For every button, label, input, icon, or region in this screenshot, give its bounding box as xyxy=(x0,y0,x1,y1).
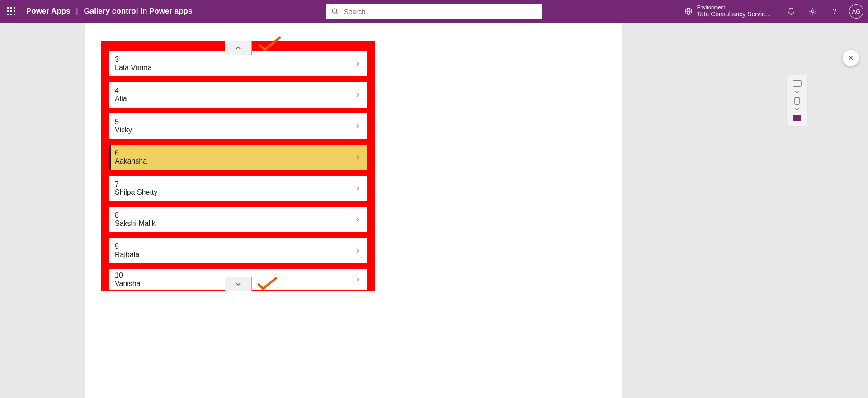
search-input[interactable] xyxy=(326,4,542,19)
row-id: 8 xyxy=(115,211,349,220)
gallery-row[interactable]: 9 Rajbala xyxy=(109,238,367,263)
row-id: 5 xyxy=(115,118,349,126)
phone-icon xyxy=(794,97,800,105)
chevron-right-icon xyxy=(354,61,361,67)
chevron-down-icon xyxy=(795,91,799,94)
environment-name: Tata Consultancy Servic… xyxy=(697,10,771,18)
app-launcher[interactable] xyxy=(0,0,23,23)
row-name: Vicky xyxy=(115,126,349,134)
chevron-up-icon xyxy=(235,45,241,51)
help-icon xyxy=(830,7,839,15)
fit-screen-icon xyxy=(793,115,801,121)
gallery-row-selected[interactable]: 6 Aakansha xyxy=(109,145,367,170)
page-title[interactable]: Gallery control in Power apps xyxy=(84,7,193,15)
globe-icon xyxy=(684,7,693,15)
row-name: Aakansha xyxy=(115,157,349,165)
waffle-icon xyxy=(7,7,15,15)
device-fit-button[interactable] xyxy=(791,113,803,122)
row-id: 6 xyxy=(115,149,349,157)
row-name: Alia xyxy=(115,95,349,103)
chevron-right-icon xyxy=(354,276,361,283)
gear-icon xyxy=(809,7,817,15)
environment-picker[interactable]: Environment Tata Consultancy Servic… xyxy=(684,5,771,18)
chevron-right-icon xyxy=(354,216,361,223)
chevron-right-icon xyxy=(354,154,361,160)
row-id: 7 xyxy=(115,180,349,188)
device-phone-dropdown[interactable] xyxy=(791,106,803,112)
separator: | xyxy=(76,7,78,15)
row-name: Sakshi Malik xyxy=(115,220,349,228)
chevron-right-icon xyxy=(354,123,361,129)
app-header: Power Apps | Gallery control in Power ap… xyxy=(0,0,868,23)
search-container xyxy=(326,4,542,19)
row-id: 9 xyxy=(115,243,349,251)
search-icon xyxy=(331,8,339,15)
svg-rect-9 xyxy=(793,81,801,86)
svg-point-0 xyxy=(332,9,337,13)
app-name[interactable]: Power Apps xyxy=(26,7,71,15)
help-button[interactable] xyxy=(825,1,844,21)
device-tablet-button[interactable] xyxy=(791,79,803,88)
avatar-initials: AG xyxy=(852,8,861,15)
environment-label: Environment xyxy=(697,5,771,10)
notifications-button[interactable] xyxy=(781,1,801,21)
close-icon xyxy=(847,54,854,61)
gallery-control: 3 Lata Verma 4 Alia 5 Vicky 6 Aakansha xyxy=(101,41,375,291)
header-right: Environment Tata Consultancy Servic… AG xyxy=(684,1,868,21)
row-name: Rajbala xyxy=(115,251,349,259)
scroll-up-button[interactable] xyxy=(225,41,252,55)
avatar[interactable]: AG xyxy=(849,4,863,19)
tablet-icon xyxy=(793,80,802,87)
chevron-down-icon xyxy=(795,108,799,111)
chevron-right-icon xyxy=(354,92,361,98)
svg-point-5 xyxy=(811,10,814,12)
row-id: 4 xyxy=(115,87,349,95)
gallery-row[interactable]: 8 Sakshi Malik xyxy=(109,207,367,232)
chevron-right-icon xyxy=(354,185,361,192)
settings-button[interactable] xyxy=(803,1,823,21)
svg-rect-11 xyxy=(793,115,801,121)
device-preview-panel xyxy=(787,75,807,126)
app-canvas: 3 Lata Verma 4 Alia 5 Vicky 6 Aakansha xyxy=(85,23,622,398)
environment-text: Environment Tata Consultancy Servic… xyxy=(697,5,771,18)
svg-rect-10 xyxy=(795,97,799,104)
gallery-items: 3 Lata Verma 4 Alia 5 Vicky 6 Aakansha xyxy=(109,41,367,291)
gallery-row[interactable]: 4 Alia xyxy=(109,82,367,108)
close-preview-button[interactable] xyxy=(843,50,859,66)
device-phone-button[interactable] xyxy=(791,96,803,105)
breadcrumb: Power Apps | Gallery control in Power ap… xyxy=(26,7,192,16)
row-name: Lata Verma xyxy=(115,64,349,72)
row-name: Shilpa Shetty xyxy=(115,188,349,197)
bell-icon xyxy=(787,7,795,15)
svg-point-6 xyxy=(834,14,835,14)
preview-area: 3 Lata Verma 4 Alia 5 Vicky 6 Aakansha xyxy=(0,23,868,398)
gallery-row[interactable]: 5 Vicky xyxy=(109,113,367,139)
gallery-row[interactable]: 7 Shilpa Shetty xyxy=(109,176,367,201)
svg-line-1 xyxy=(336,13,338,14)
chevron-down-icon xyxy=(235,281,241,287)
scroll-down-button[interactable] xyxy=(225,277,252,291)
chevron-right-icon xyxy=(354,248,361,254)
row-id: 3 xyxy=(115,56,349,64)
device-tablet-dropdown[interactable] xyxy=(791,89,803,95)
